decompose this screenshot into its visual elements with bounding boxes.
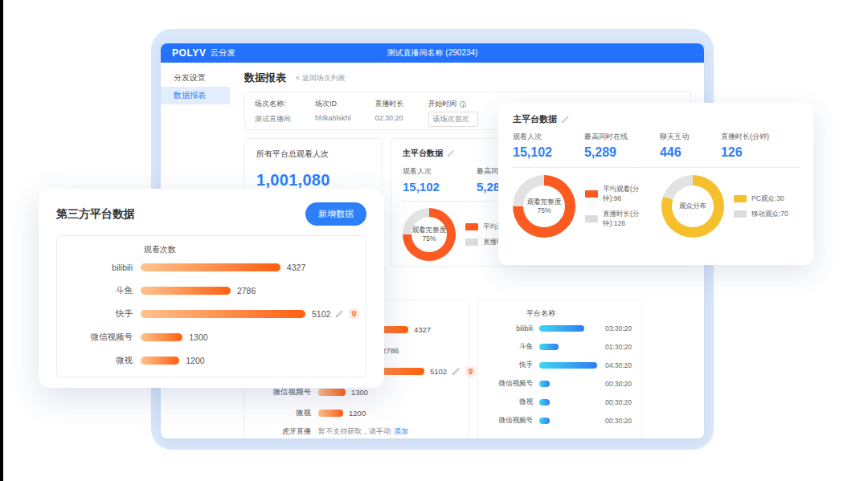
screen-edge-strip bbox=[0, 0, 3, 481]
legend-item: 移动观众:70 bbox=[734, 210, 788, 219]
add-manually-link[interactable]: 添加 bbox=[394, 426, 408, 437]
edit-icon[interactable] bbox=[452, 367, 461, 376]
bar bbox=[318, 410, 343, 417]
edit-icon[interactable] bbox=[447, 149, 455, 157]
session-field-label: 直播时长 bbox=[375, 99, 404, 109]
bar-label: 微视 bbox=[245, 408, 311, 418]
bar-value: 2786 bbox=[237, 286, 256, 296]
stat: 最高同时在线 5,289 bbox=[584, 132, 628, 160]
views-chart-header: 观看次数 bbox=[144, 244, 366, 255]
divider bbox=[513, 167, 799, 168]
polyv-logo: POLYV bbox=[172, 47, 207, 59]
duration-time: 00:30:20 bbox=[605, 398, 632, 406]
bar-row: 微信视频号 1300 bbox=[57, 325, 366, 349]
delete-icon[interactable] bbox=[349, 308, 359, 319]
session-field-label: 场次ID bbox=[315, 99, 337, 109]
info-icon bbox=[460, 101, 466, 108]
add-data-button[interactable]: 新增数据 bbox=[305, 202, 366, 226]
stat: 直播时长(分钟) 126 bbox=[721, 132, 769, 160]
huya-label: 虎牙直播 bbox=[245, 426, 311, 437]
brand-suffix: 云分发 bbox=[211, 47, 236, 59]
donut-center-value: 75% bbox=[422, 234, 436, 243]
bar-value: 1300 bbox=[189, 332, 207, 342]
legend-label: 移动观众:70 bbox=[751, 210, 788, 219]
third-party-data-panel: 第三方平台数据 新增数据 观看次数 bilibili 4327 斗鱼 2786 … bbox=[39, 189, 384, 388]
room-title: 测试直播间名称 (290234) bbox=[387, 47, 478, 59]
stat-label: 聊天互动 bbox=[660, 132, 689, 142]
stat-value: 15,102 bbox=[403, 180, 440, 194]
edit-icon[interactable] bbox=[335, 309, 344, 318]
legend-swatch bbox=[585, 215, 598, 222]
duration-rows: bilibili 03:30:20 斗鱼 01:30:20 快手 04:30:2… bbox=[488, 319, 632, 430]
duration-label: 微信视频号 bbox=[488, 379, 533, 389]
back-to-list-link[interactable]: < 返回场次列表 bbox=[296, 73, 346, 84]
audience-legend: PC观众:30 移动观众:70 bbox=[734, 194, 788, 219]
bar-label: 快手 bbox=[57, 308, 133, 320]
duration-time: 00:30:20 bbox=[605, 380, 632, 388]
bar-value: 5102 bbox=[312, 309, 330, 319]
duration-chart-header: 平台名称 bbox=[526, 308, 632, 319]
delete-icon[interactable] bbox=[465, 366, 476, 377]
sidebar-item-label: 数据报表 bbox=[174, 91, 206, 100]
bar-row: 微视 1200 bbox=[57, 349, 366, 372]
session-field-value: 该场次首次 bbox=[428, 112, 478, 127]
main-platform-panel-stats: 观看人次 15,102 最高同时在线 5,289 聊天互动 446 直播时长(分… bbox=[513, 132, 799, 160]
bar bbox=[141, 333, 182, 341]
bar-value: 1200 bbox=[186, 356, 204, 365]
bar-row: bilibili 4327 bbox=[57, 255, 366, 279]
legend-swatch bbox=[585, 190, 598, 198]
donut-center-label: 观看完整度 bbox=[527, 198, 562, 206]
bar-value: 4327 bbox=[287, 263, 305, 272]
bar-value: 1300 bbox=[351, 388, 368, 397]
edit-icon[interactable] bbox=[561, 115, 570, 124]
bar-label: 微信视频号 bbox=[57, 332, 133, 343]
bar-label: bilibili bbox=[57, 263, 133, 272]
completion-donut-chart: 观看完整度 75% bbox=[403, 208, 456, 261]
bar-row: 微视 1200 bbox=[245, 402, 469, 423]
donut-center-value: 75% bbox=[537, 206, 551, 215]
bar-row: 快手 5102 bbox=[57, 302, 366, 325]
legend-label: 平均观看(分钟):96 bbox=[603, 185, 650, 204]
bar-value: 5102 bbox=[430, 367, 447, 376]
sidebar-item-label: 分发设置 bbox=[174, 73, 206, 82]
bar bbox=[141, 310, 305, 318]
duration-row: 微视 00:30:20 bbox=[488, 393, 632, 411]
bar-row: 斗鱼 2786 bbox=[57, 279, 366, 302]
total-views-title: 所有平台总观看人次 bbox=[256, 149, 371, 160]
duration-time: 01:30:20 bbox=[605, 343, 632, 351]
duration-label: 微视 bbox=[488, 397, 533, 407]
bar-label: 斗鱼 bbox=[57, 285, 133, 296]
duration-bar bbox=[539, 381, 550, 387]
huya-note: 暂不支持获取，请手动 bbox=[318, 426, 391, 437]
session-field-value: 02:30:20 bbox=[375, 114, 404, 122]
duration-row: 斗鱼 01:30:20 bbox=[488, 337, 632, 356]
page-title: 数据报表 bbox=[244, 71, 286, 85]
bar-value: 2786 bbox=[382, 346, 399, 355]
bar-label: 微信视频号 bbox=[245, 387, 311, 397]
stat-value: 5,289 bbox=[584, 145, 628, 160]
duration-bar bbox=[539, 362, 597, 369]
duration-label: 微信视频号 bbox=[488, 416, 533, 426]
legend-item: PC观众:30 bbox=[734, 194, 788, 204]
session-info-field: 直播时长 02:30:20 bbox=[375, 99, 404, 123]
stat-value: 15,102 bbox=[513, 145, 552, 160]
stat-value: 126 bbox=[721, 145, 769, 160]
session-field-value: 测试直播间 bbox=[255, 114, 291, 124]
duration-chart-card: 平台名称 bilibili 03:30:20 斗鱼 01:30:20 快手 04… bbox=[477, 300, 642, 438]
legend-label: PC观众:30 bbox=[751, 194, 784, 204]
duration-row: 微信视频号 00:30:20 bbox=[488, 411, 632, 430]
main-platform-panel-title: 主平台数据 bbox=[513, 113, 557, 125]
duration-bar bbox=[539, 344, 559, 350]
duration-row: 快手 04:30:20 bbox=[488, 356, 632, 374]
donut-center-label: 观众分布 bbox=[679, 202, 706, 210]
sidebar-item[interactable]: 数据报表 bbox=[161, 87, 230, 104]
sidebar-item[interactable]: 分发设置 bbox=[161, 69, 230, 87]
main-platform-data-panel: 主平台数据 观看人次 15,102 最高同时在线 5,289 聊天互动 446 … bbox=[498, 103, 813, 265]
duration-time: 00:30:20 bbox=[605, 417, 632, 425]
bar bbox=[141, 357, 179, 365]
stat: 聊天互动 446 bbox=[660, 132, 689, 160]
legend-swatch bbox=[465, 223, 478, 230]
duration-time: 04:30:20 bbox=[605, 361, 632, 369]
legend-item: 平均观看(分钟):96 bbox=[585, 185, 650, 204]
session-info-field: 场次ID hhlkahlskhl bbox=[315, 99, 351, 123]
